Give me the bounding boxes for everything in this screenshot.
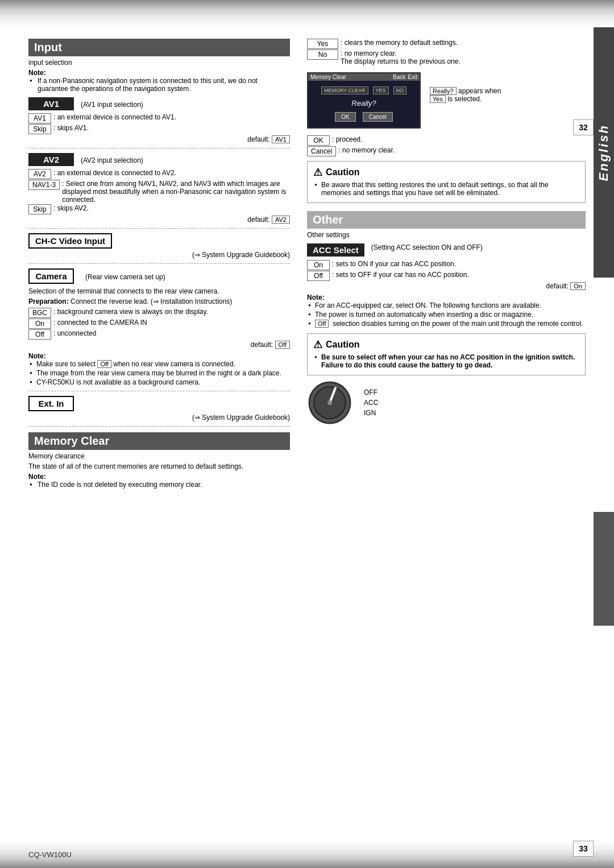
yes-no-block: Yes : clears the memory to default setti… — [307, 39, 586, 65]
camera-desc-1: : connected to the CAMERA IN — [53, 319, 147, 326]
no-label: No — [307, 49, 338, 60]
english-label: English — [596, 124, 611, 181]
left-column: Input input selection Note: If a non-Pan… — [28, 39, 290, 490]
acc-note-0: For an ACC-equipped car, select ON. The … — [307, 301, 586, 309]
av2-block: AV2 (AV2 input selection) AV2 : an exter… — [28, 153, 290, 224]
camera-notes: Note: Make sure to select Off when no re… — [28, 352, 290, 386]
caution-icon-2: ⚠ — [313, 338, 322, 351]
acc-off-label-diag: OFF — [364, 388, 378, 396]
ext-in-header: Ext. In — [28, 396, 74, 411]
camera-label-0: BGC — [28, 308, 51, 318]
av1-default-value: AV1 — [272, 135, 290, 143]
caution-icon-1: ⚠ — [313, 166, 322, 179]
memory-clear-note-label: Note: — [28, 473, 290, 481]
off-inline-2: Off — [315, 320, 329, 328]
svg-point-3 — [327, 400, 332, 405]
acc-off-option: Off : sets to OFF if your car has no ACC… — [307, 271, 586, 281]
yes-label: Yes — [307, 39, 338, 49]
acc-select-header: ACC Select — [307, 243, 364, 257]
acc-labels: OFF ACC IGN — [364, 388, 378, 417]
av2-label-1: NAV1-3 — [28, 180, 60, 190]
av1-desc-1: : skips AV1. — [53, 124, 89, 132]
divider-1 — [28, 148, 290, 148]
camera-prep: Preparation: Connect the reverse lead. (… — [28, 297, 290, 305]
acc-diag-off: OFF — [364, 388, 377, 396]
camera-label-1: On — [28, 319, 51, 329]
acc-diag-ign: IGN — [364, 409, 376, 417]
dial-container — [307, 380, 352, 425]
av2-desc: (AV2 input selection) — [81, 156, 143, 164]
input-note-text: If a non-Panasonic navigation system is … — [28, 77, 290, 93]
acc-acc-label-diag: ACC — [364, 399, 378, 407]
camera-selection-text: Selection of the terminal that connects … — [28, 287, 290, 295]
screenshot-row: Memory Clear Back Exit MEMORY CLEAR YES … — [307, 70, 586, 131]
other-header: Other — [307, 211, 586, 229]
cancel-label: Cancel — [307, 146, 336, 156]
yes-desc: : clears the memory to default settings. — [341, 39, 458, 47]
input-section: Input input selection Note: If a non-Pan… — [28, 39, 290, 421]
av1-option-0: AV1 : an external device is connected to… — [28, 113, 290, 123]
av1-header: AV1 — [28, 97, 74, 110]
ch-c-video-header: CH-C Video Input — [28, 233, 112, 249]
screenshot-title: Memory Clear — [310, 74, 346, 80]
right-sidebar-dark — [594, 512, 614, 626]
memory-clear-desc: The state of all of the current memories… — [28, 462, 290, 470]
av1-block: AV1 (AV1 input selection) AV1 : an exter… — [28, 97, 290, 143]
is-selected: is selected. — [447, 95, 482, 103]
acc-note-2: Off selection disables turning on the po… — [307, 320, 586, 328]
acc-on-desc: : sets to ON if your car has ACC positio… — [332, 260, 456, 268]
av2-label-0: AV2 — [28, 169, 51, 179]
other-subtext: Other settings — [307, 231, 586, 239]
screenshot-cancel: Cancel — [363, 112, 393, 122]
acc-diagram: OFF ACC IGN — [307, 380, 586, 425]
camera-label-2: Off — [28, 329, 51, 340]
av2-header: AV2 — [28, 153, 74, 166]
av2-option-2: Skip : skips AV2. — [28, 204, 290, 214]
cancel-option: Cancel : no memory clear. — [307, 146, 586, 156]
main-content: Input input selection Note: If a non-Pan… — [0, 27, 614, 524]
camera-desc: (Rear view camera set up) — [85, 273, 165, 281]
divider-2 — [28, 228, 290, 229]
av1-default: default: AV1 — [28, 135, 290, 143]
cancel-desc: : no memory clear. — [338, 146, 395, 154]
acc-ign-label-diag: IGN — [364, 409, 378, 417]
no-option: No : no memory clear.The display returns… — [307, 49, 586, 65]
ext-in-block: Ext. In (⇒ System Upgrade Guidebook) — [28, 396, 290, 421]
bottom-bar: CQ-VW100U 33 — [0, 841, 614, 868]
other-caution-header: ⚠ Caution — [313, 338, 579, 351]
other-caution: ⚠ Caution Be sure to select off when you… — [307, 333, 586, 375]
acc-note-label: Note: — [307, 294, 586, 301]
av2-default: default: AV2 — [28, 216, 290, 224]
camera-default: default: Off — [28, 341, 290, 349]
really-annotation: Really? appears when Yes is selected. — [430, 70, 501, 103]
camera-block: Camera (Rear view camera set up) Selecti… — [28, 268, 290, 386]
divider-3 — [28, 263, 290, 264]
camera-default-value: Off — [275, 341, 290, 349]
other-caution-text: Be sure to select off when your car has … — [313, 353, 579, 369]
acc-diag-acc: ACC — [364, 399, 378, 407]
screenshot-really: Really? — [351, 99, 376, 108]
page-number-right: 33 — [573, 841, 594, 857]
input-subtext: input selection — [28, 59, 290, 67]
screenshot-box2-b: YES — [373, 86, 389, 94]
no-desc: : no memory clear.The display returns to… — [341, 49, 460, 65]
camera-note-1: The image from the rear view camera may … — [28, 369, 290, 377]
camera-option-0: BGC : background camera view is always o… — [28, 308, 290, 318]
camera-desc-0: : background camera view is always on th… — [53, 308, 208, 316]
av2-option-1: NAV1-3 : Select one from among NAV1, NAV… — [28, 180, 290, 204]
memory-clear-screenshot: Memory Clear Back Exit MEMORY CLEAR YES … — [307, 72, 421, 129]
acc-on-option: On : sets to ON if your car has ACC posi… — [307, 260, 586, 270]
av1-desc: (AV1 input selection) — [81, 101, 143, 109]
ok-option: OK : proceed. — [307, 135, 586, 146]
ok-cancel-block: OK : proceed. Cancel : no memory clear. — [307, 135, 586, 156]
prep-label: Preparation: — [28, 297, 69, 305]
off-inline: Off — [97, 360, 111, 368]
av1-label-1: Skip — [28, 124, 51, 134]
acc-select-desc: (Setting ACC selection ON and OFF) — [371, 243, 483, 251]
av2-option-0: AV2 : an external device is connected to… — [28, 169, 290, 179]
screenshot-topbar: Memory Clear Back Exit — [308, 73, 420, 81]
av2-desc-2: : skips AV2. — [53, 204, 89, 212]
yes-option: Yes : clears the memory to default setti… — [307, 39, 586, 49]
memory-clear-caution-text: Be aware that this setting restores the … — [313, 181, 579, 197]
screenshot-row1: MEMORY CLEAR YES NO — [321, 86, 406, 94]
